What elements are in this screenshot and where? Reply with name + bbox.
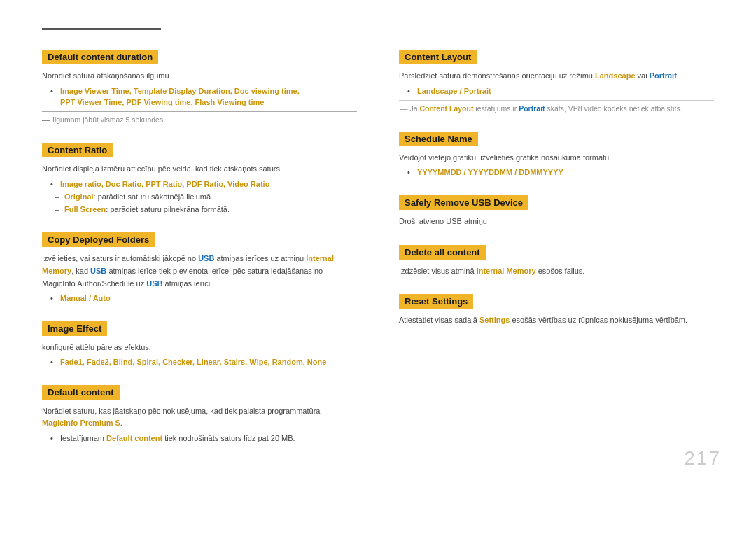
body-text: Atiestatiet visas sadaļā Settings esošās… [399, 314, 714, 327]
section-image-effect: Image Effect konfigurē attēlu pārejas ef… [42, 321, 357, 368]
bullet-item: YYYYMMDD / YYYYDDMM / DDMMYYYY [407, 167, 714, 178]
bullet-list: Landscape / Portrait [399, 85, 714, 97]
section-body-schedule-name: Veidojot vietējo grafiku, izvēlieties gr… [399, 152, 714, 178]
section-title-safely-remove-usb: Safely Remove USB Device [399, 195, 528, 210]
bullet-item: Fade1, Fade2, Blind, Spiral, Checker, Li… [50, 356, 357, 368]
body-text: Izdzēsiet visus atmiņā Internal Memory e… [399, 265, 714, 278]
section-schedule-name: Schedule Name Veidojot vietējo grafiku, … [399, 132, 714, 178]
note-text: — Ja Content Layout iestatījums ir Portr… [399, 100, 714, 115]
bullet-list: YYYYMMDD / YYYYDDMM / DDMMYYYY [399, 167, 714, 178]
columns: Default content duration Norādiet satura… [42, 50, 714, 461]
bullet-item: Landscape / Portrait [407, 85, 714, 97]
section-reset-settings: Reset Settings Atiestatiet visas sadaļā … [399, 294, 714, 327]
section-body-delete-all-content: Izdzēsiet visus atmiņā Internal Memory e… [399, 265, 714, 278]
bullet-item: Image ratio, Doc Ratio, PPT Ratio, PDF R… [50, 178, 357, 190]
section-title-default-content: Default content [42, 385, 120, 400]
section-body-image-effect: konfigurē attēlu pārejas efektus. Fade1,… [42, 342, 357, 368]
bullet-item: Image Viewer Time, Template Display Dura… [50, 85, 357, 108]
body-intro: Norādiet displeja izmēru attiecību pēc v… [42, 163, 357, 176]
section-title-schedule-name: Schedule Name [399, 132, 478, 146]
body-text: Pārslēdziet satura demonstrēšanas orient… [399, 70, 714, 83]
body-intro: Droši atvieno USB atmiņu [399, 216, 714, 228]
right-column: Content Layout Pārslēdziet satura demons… [399, 50, 714, 461]
section-title-image-effect: Image Effect [42, 321, 107, 336]
bullet-list: Fade1, Fade2, Blind, Spiral, Checker, Li… [42, 356, 357, 368]
section-title-copy-deployed-folders: Copy Deployed Folders [42, 232, 155, 247]
section-body-safely-remove-usb: Droši atvieno USB atmiņu [399, 216, 714, 228]
section-body-default-content-duration: Norādiet satura atskaņošanas ilgumu. Ima… [42, 70, 357, 126]
section-title-default-content-duration: Default content duration [42, 50, 158, 64]
section-title-content-ratio: Content Ratio [42, 143, 113, 157]
note-line: Ilgumam jābūt vismaz 5 sekundes. [42, 111, 357, 127]
section-body-content-layout: Pārslēdziet satura demonstrēšanas orient… [399, 70, 714, 115]
section-title-delete-all-content: Delete all content [399, 245, 486, 260]
dash-item-fullscreen: Full Screen: parādiet saturu pilnekrāna … [55, 204, 357, 216]
section-body-reset-settings: Atiestatiet visas sadaļā Settings esošās… [399, 314, 714, 327]
bullet-list: Manual / Auto [42, 293, 357, 304]
bullet-list: Image Viewer Time, Template Display Dura… [42, 85, 357, 108]
rule-light [161, 29, 714, 29]
bullet-list: Image ratio, Doc Ratio, PPT Ratio, PDF R… [42, 178, 357, 190]
section-delete-all-content: Delete all content Izdzēsiet visus atmiņ… [399, 245, 714, 278]
bullet-item: Iestatījumam Default content tiek nodroš… [50, 433, 357, 444]
rule-dark [42, 28, 161, 30]
section-body-content-ratio: Norādiet displeja izmēru attiecību pēc v… [42, 163, 357, 216]
section-safely-remove-usb: Safely Remove USB Device Droši atvieno U… [399, 195, 714, 228]
body-intro: konfigurē attēlu pārejas efektus. [42, 342, 357, 354]
page-container: Default content duration Norādiet satura… [0, 0, 756, 489]
section-body-copy-deployed-folders: Izvēlieties, vai saturs ir automātiski j… [42, 253, 357, 304]
section-body-default-content: Norādiet saturu, kas jāatskaņo pēc noklu… [42, 405, 357, 444]
bullet-list: Iestatījumam Default content tiek nodroš… [42, 433, 357, 444]
section-content-ratio: Content Ratio Norādiet displeja izmēru a… [42, 143, 357, 216]
dash-item-original: Original: parādiet saturu sākotnējā liel… [55, 191, 357, 204]
body-intro: Veidojot vietējo grafiku, izvēlieties gr… [399, 152, 714, 164]
left-column: Default content duration Norādiet satura… [42, 50, 357, 461]
section-copy-deployed-folders: Copy Deployed Folders Izvēlieties, vai s… [42, 232, 357, 304]
section-default-content: Default content Norādiet saturu, kas jāa… [42, 385, 357, 444]
page-number: 217 [684, 447, 721, 470]
body-text: Norādiet saturu, kas jāatskaņo pēc noklu… [42, 405, 357, 430]
section-title-reset-settings: Reset Settings [399, 294, 473, 309]
section-content-layout: Content Layout Pārslēdziet satura demons… [399, 50, 714, 115]
body-text: Izvēlieties, vai saturs ir automātiski j… [42, 253, 357, 290]
top-rules [42, 28, 714, 30]
dash-list: Original: parādiet saturu sākotnējā liel… [42, 191, 357, 216]
bullet-item: Manual / Auto [50, 293, 357, 304]
body-intro: Norādiet satura atskaņošanas ilgumu. [42, 70, 357, 83]
section-default-content-duration: Default content duration Norādiet satura… [42, 50, 357, 126]
section-title-content-layout: Content Layout [399, 50, 477, 64]
